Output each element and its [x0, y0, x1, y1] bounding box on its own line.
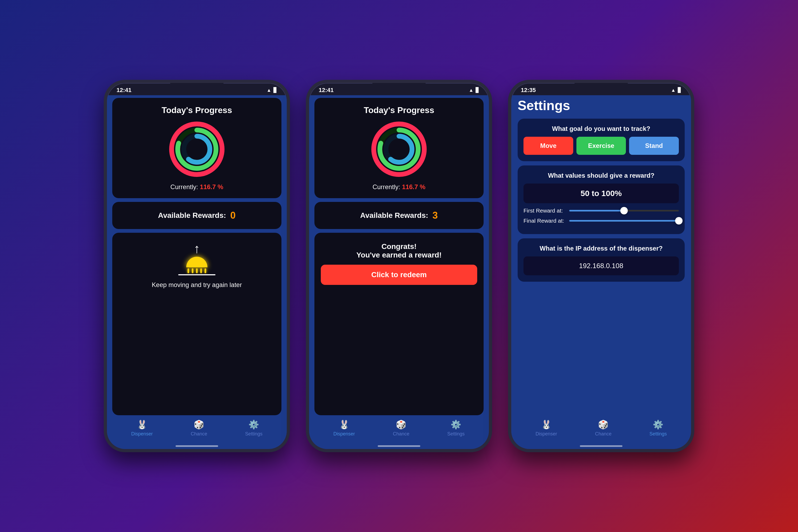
- ip-question: What is the IP address of the dispenser?: [524, 245, 679, 252]
- ip-card: What is the IP address of the dispenser?…: [518, 238, 685, 282]
- status-icons-2: ▲ ▊: [469, 87, 479, 93]
- rings-svg-2: [370, 120, 428, 178]
- arrow-up-1: ↑: [194, 242, 200, 255]
- goal-buttons: Move Exercise Stand: [524, 137, 679, 155]
- tab-settings-3[interactable]: ⚙️ Settings: [650, 419, 667, 437]
- tab-chance-3[interactable]: 🎲 Chance: [595, 419, 611, 437]
- tab-chance-label-3: Chance: [595, 431, 611, 437]
- final-reward-fill: [569, 220, 679, 222]
- tab-chance-1[interactable]: 🎲 Chance: [191, 419, 207, 437]
- gear-icon-2: ⚙️: [451, 419, 461, 430]
- goal-card: What goal do you want to track? Move Exe…: [518, 119, 685, 161]
- final-reward-label: Final Reward at:: [524, 217, 566, 224]
- status-icons-1: ▲ ▊: [267, 87, 277, 93]
- phone-1: 12:41 ▲ ▊ Today's Progress: [104, 80, 290, 452]
- time-1: 12:41: [116, 87, 131, 94]
- currently-value-2: 116.7 %: [402, 183, 425, 190]
- rewards-label-2: Available Rewards:: [360, 211, 428, 220]
- phone1-content: Today's Progress Currently: 116.7 %: [107, 95, 287, 415]
- ground-line-1: [178, 274, 215, 275]
- phone-3: 12:35 ▲ ▊ Settings What goal do you want…: [508, 80, 694, 452]
- final-reward-slider[interactable]: [569, 220, 679, 222]
- home-indicator-2: [309, 443, 489, 449]
- gear-icon-3: ⚙️: [653, 419, 663, 430]
- wifi-icon-2: ▲: [469, 88, 474, 93]
- reward-question: What values should give a reward?: [524, 172, 679, 179]
- ip-display: 192.168.0.108: [524, 256, 679, 275]
- tab-chance-2[interactable]: 🎲 Chance: [393, 419, 410, 437]
- battery-icon-2: ▊: [476, 87, 479, 93]
- reward-values-card: What values should give a reward? 50 to …: [518, 166, 685, 234]
- progress-title-1: Today's Progress: [162, 105, 232, 115]
- tab-dispenser-2[interactable]: 🐰 Dispenser: [333, 419, 355, 437]
- home-indicator-1: [107, 443, 287, 449]
- stand-button[interactable]: Stand: [629, 137, 679, 155]
- settings-content: Settings What goal do you want to track?…: [511, 95, 691, 415]
- tab-settings-label-1: Settings: [245, 431, 263, 437]
- sun-ray-2: [192, 268, 193, 273]
- congrats-title-2: Congrats! You've earned a reward!: [357, 242, 441, 259]
- tab-bar-2: 🐰 Dispenser 🎲 Chance ⚙️ Settings: [309, 415, 489, 443]
- notch-2: [373, 83, 425, 94]
- tab-settings-1[interactable]: ⚙️ Settings: [245, 419, 263, 437]
- tab-chance-label-1: Chance: [191, 431, 207, 437]
- congrats-card-2: Congrats! You've earned a reward! Click …: [315, 233, 483, 415]
- dice-icon-2: 🎲: [396, 419, 406, 430]
- sun-circle-1: [186, 257, 208, 267]
- battery-icon-3: ▊: [678, 87, 682, 93]
- first-reward-row: First Reward at:: [524, 208, 679, 214]
- tab-dispenser-3[interactable]: 🐰 Dispenser: [535, 419, 557, 437]
- rings-svg-1: [168, 120, 226, 178]
- rewards-label-1: Available Rewards:: [158, 211, 226, 220]
- redeem-button-2[interactable]: Click to redeem: [321, 265, 477, 285]
- final-reward-thumb: [675, 217, 683, 225]
- no-reward-card-1: ↑ Keep moving and try again later: [112, 233, 281, 415]
- sun-ray-5: [205, 268, 206, 273]
- phone-2: 12:41 ▲ ▊ Today's Progress Currently:: [306, 80, 492, 452]
- home-indicator-3: [511, 443, 691, 449]
- rewards-value-2: 3: [433, 210, 438, 221]
- sun-ray-1: [188, 268, 189, 273]
- tab-settings-label-3: Settings: [650, 431, 667, 437]
- progress-title-2: Today's Progress: [364, 105, 434, 115]
- first-reward-thumb: [620, 207, 628, 214]
- range-display: 50 to 100%: [524, 184, 679, 203]
- rabbit-icon-2: 🐰: [339, 419, 349, 430]
- sun-ray-3: [196, 268, 198, 273]
- gear-icon-1: ⚙️: [248, 419, 259, 430]
- sun-rays-1: [188, 268, 206, 273]
- sunrise-icon-1: ↑: [178, 242, 215, 275]
- activity-rings-1: [168, 120, 226, 178]
- exercise-button[interactable]: Exercise: [576, 137, 626, 155]
- battery-icon-1: ▊: [273, 87, 277, 93]
- home-bar-3: [580, 445, 623, 447]
- tab-settings-label-2: Settings: [448, 431, 465, 437]
- rewards-value-1: 0: [230, 210, 236, 221]
- move-button[interactable]: Move: [524, 137, 573, 155]
- dice-icon-3: 🎲: [598, 419, 609, 430]
- dice-icon-1: 🎲: [194, 419, 204, 430]
- first-reward-fill: [569, 210, 624, 211]
- home-bar-1: [175, 445, 218, 447]
- home-bar-2: [378, 445, 420, 447]
- tab-chance-label-2: Chance: [393, 431, 410, 437]
- rewards-card-2: Available Rewards: 3: [315, 202, 483, 229]
- final-reward-row: Final Reward at:: [524, 217, 679, 224]
- currently-text-1: Currently: 116.7 %: [171, 183, 224, 191]
- tab-settings-2[interactable]: ⚙️ Settings: [448, 419, 465, 437]
- progress-card-1: Today's Progress Currently: 116.7 %: [112, 98, 281, 198]
- tab-bar-3: 🐰 Dispenser 🎲 Chance ⚙️ Settings: [511, 415, 691, 443]
- tab-dispenser-1[interactable]: 🐰 Dispenser: [131, 419, 153, 437]
- notch-3: [574, 83, 628, 94]
- tab-dispenser-label-3: Dispenser: [535, 431, 557, 437]
- tab-dispenser-label-2: Dispenser: [333, 431, 355, 437]
- goal-question: What goal do you want to track?: [524, 125, 679, 132]
- no-reward-text-1: Keep moving and try again later: [152, 281, 242, 289]
- progress-card-2: Today's Progress Currently: 116.7 %: [315, 98, 483, 198]
- first-reward-slider[interactable]: [569, 210, 679, 211]
- settings-title: Settings: [518, 98, 685, 113]
- phone2-content: Today's Progress Currently: 116.7 % Avai…: [309, 95, 489, 415]
- wifi-icon-1: ▲: [267, 88, 271, 93]
- currently-value-1: 116.7 %: [200, 183, 223, 190]
- time-3: 12:35: [521, 87, 536, 94]
